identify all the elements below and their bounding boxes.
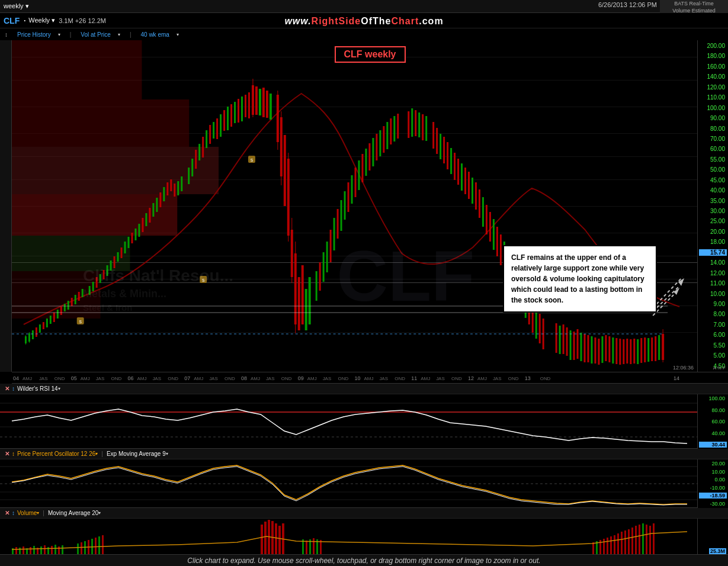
- svg-rect-100: [344, 191, 346, 220]
- svg-text:OND: OND: [111, 376, 122, 381]
- svg-rect-161: [581, 333, 582, 361]
- candle-area: s s s CLF: [12, 40, 697, 372]
- svg-rect-55: [198, 144, 200, 160]
- rsi-100: 100.00: [699, 395, 727, 401]
- svg-rect-194: [77, 317, 84, 324]
- ppo-close-btn[interactable]: ✕: [5, 451, 9, 457]
- rsi-current: 30.44: [699, 442, 727, 448]
- svg-text:JAS: JAS: [96, 376, 105, 381]
- svg-text:08: 08: [241, 375, 247, 381]
- svg-rect-126: [447, 142, 448, 169]
- main-chart[interactable]: CLF weekly: [12, 40, 728, 372]
- svg-rect-68: [245, 95, 246, 117]
- svg-rect-18: [60, 307, 62, 315]
- svg-rect-89: [302, 265, 304, 324]
- svg-rect-162: [583, 334, 585, 362]
- svg-rect-116: [408, 111, 409, 138]
- svg-rect-179: [644, 337, 646, 362]
- svg-text:11: 11: [411, 375, 417, 381]
- svg-rect-297: [635, 526, 637, 554]
- vol-at-price-indicator[interactable]: Vol at Price: [81, 31, 111, 38]
- svg-rect-37: [131, 233, 133, 243]
- svg-marker-192: [674, 288, 679, 295]
- svg-rect-302: [653, 523, 655, 554]
- svg-text:s: s: [202, 277, 205, 283]
- svg-rect-6: [25, 336, 27, 343]
- svg-rect-56: [202, 137, 204, 157]
- svg-rect-118: [415, 110, 416, 136]
- svg-rect-120: [422, 114, 424, 140]
- svg-rect-72: [255, 86, 258, 115]
- svg-rect-134: [475, 182, 477, 210]
- svg-text:OND: OND: [451, 376, 462, 381]
- svg-text:JAS: JAS: [379, 376, 388, 381]
- price-history-indicator[interactable]: Price History: [17, 31, 51, 38]
- svg-rect-63: [227, 107, 229, 130]
- svg-rect-51: [181, 176, 182, 191]
- time-axis: 04 AMJ JAS OND 05 AMJ JAS OND 06 AMJ JAS…: [12, 372, 728, 384]
- indicators-row: ↕ Price History ▾ | Vol at Price ▾ | 40 …: [0, 28, 728, 40]
- ppo-ema-label: Exp Moving Average 9: [107, 451, 166, 457]
- price-11: 11.00: [699, 280, 727, 287]
- svg-text:AMJ: AMJ: [421, 376, 430, 381]
- svg-rect-14: [46, 319, 48, 327]
- svg-rect-77: [277, 95, 279, 142]
- svg-rect-90: [305, 289, 307, 330]
- svg-rect-69: [248, 92, 250, 118]
- svg-rect-153: [543, 319, 544, 349]
- svg-marker-193: [678, 278, 684, 286]
- ema-indicator[interactable]: 40 wk ema: [141, 31, 169, 38]
- svg-rect-2: [12, 147, 219, 194]
- svg-rect-60: [216, 118, 218, 139]
- svg-rect-131: [464, 168, 466, 194]
- svg-rect-86: [294, 253, 297, 324]
- svg-rect-181: [651, 337, 653, 361]
- rsi-80: 80.00: [699, 407, 727, 413]
- svg-rect-282: [313, 538, 315, 554]
- svg-text:JAS: JAS: [266, 376, 275, 381]
- svg-rect-48: [170, 179, 172, 191]
- price-6: 6.00: [699, 332, 727, 338]
- svg-rect-136: [482, 197, 484, 227]
- svg-rect-154: [556, 323, 557, 353]
- svg-rect-130: [461, 163, 463, 191]
- svg-rect-53: [191, 159, 193, 176]
- svg-rect-8: [28, 333, 30, 342]
- svg-text:AMJ: AMJ: [251, 376, 260, 381]
- svg-rect-19: [64, 304, 66, 311]
- svg-rect-111: [383, 126, 384, 153]
- svg-rect-57: [206, 130, 207, 148]
- weekly-selector[interactable]: weekly ▾: [4, 2, 29, 10]
- ppo-title: Price Percent Oscillator 12 26: [17, 451, 95, 457]
- svg-rect-52: [188, 168, 190, 184]
- price-70: 70.00: [699, 136, 727, 142]
- svg-text:OND: OND: [281, 376, 292, 381]
- vol-close-btn[interactable]: ✕: [5, 510, 9, 516]
- svg-rect-59: [213, 122, 214, 139]
- price-200: 200.00: [699, 43, 727, 49]
- symbol-timeframe[interactable]: Weekly ▾: [28, 17, 55, 24]
- svg-rect-182: [655, 336, 656, 361]
- footer-text: Click chart to expand. Use mouse scroll-…: [187, 557, 540, 565]
- svg-text:13: 13: [525, 375, 531, 381]
- svg-rect-84: [291, 230, 293, 277]
- svg-rect-288: [603, 539, 605, 554]
- svg-text:05: 05: [71, 375, 77, 381]
- svg-rect-97: [333, 218, 335, 250]
- rsi-close-btn[interactable]: ✕: [5, 385, 9, 392]
- svg-rect-255: [33, 546, 35, 554]
- svg-rect-294: [624, 530, 626, 554]
- svg-rect-65: [234, 102, 236, 123]
- svg-rect-269: [95, 538, 97, 554]
- svg-rect-296: [631, 528, 633, 554]
- svg-rect-295: [628, 529, 630, 554]
- svg-rect-300: [646, 525, 647, 554]
- svg-rect-25: [89, 286, 91, 295]
- svg-rect-276: [275, 523, 277, 554]
- svg-rect-40: [142, 218, 143, 232]
- svg-rect-127: [450, 148, 452, 174]
- svg-rect-289: [607, 538, 608, 554]
- svg-rect-88: [298, 277, 300, 330]
- price-140: 140.00: [699, 73, 727, 80]
- svg-rect-293: [621, 532, 623, 554]
